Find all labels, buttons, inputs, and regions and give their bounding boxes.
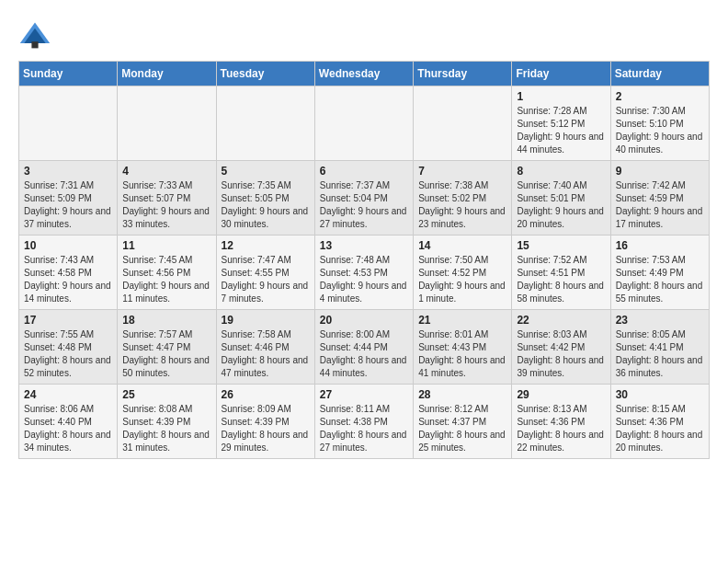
day-info: Sunrise: 7:33 AM Sunset: 5:07 PM Dayligh… bbox=[122, 179, 210, 231]
day-info: Sunrise: 8:01 AM Sunset: 4:43 PM Dayligh… bbox=[418, 328, 506, 380]
day-number: 16 bbox=[616, 239, 704, 252]
day-number: 6 bbox=[320, 165, 408, 178]
day-number: 4 bbox=[122, 165, 210, 178]
weekday-header: Wednesday bbox=[314, 62, 413, 86]
day-number: 8 bbox=[517, 165, 605, 178]
day-info: Sunrise: 7:57 AM Sunset: 4:47 PM Dayligh… bbox=[122, 328, 210, 380]
calendar-cell: 25Sunrise: 8:08 AM Sunset: 4:39 PM Dayli… bbox=[118, 385, 216, 459]
day-number: 28 bbox=[418, 388, 506, 401]
calendar-cell bbox=[314, 86, 413, 161]
calendar-cell: 14Sunrise: 7:50 AM Sunset: 4:52 PM Dayli… bbox=[414, 236, 512, 310]
day-number: 3 bbox=[24, 165, 112, 178]
day-info: Sunrise: 8:15 AM Sunset: 4:36 PM Dayligh… bbox=[616, 403, 704, 454]
calendar-cell: 10Sunrise: 7:43 AM Sunset: 4:58 PM Dayli… bbox=[19, 236, 118, 310]
day-number: 7 bbox=[418, 165, 506, 178]
day-number: 19 bbox=[222, 314, 310, 327]
day-info: Sunrise: 7:55 AM Sunset: 4:48 PM Dayligh… bbox=[24, 328, 112, 380]
logo bbox=[18, 18, 57, 52]
day-info: Sunrise: 7:31 AM Sunset: 5:09 PM Dayligh… bbox=[24, 179, 112, 231]
day-number: 13 bbox=[320, 239, 408, 252]
day-info: Sunrise: 7:28 AM Sunset: 5:12 PM Dayligh… bbox=[517, 105, 605, 156]
page-header bbox=[18, 18, 710, 52]
day-info: Sunrise: 7:48 AM Sunset: 4:53 PM Dayligh… bbox=[320, 254, 408, 305]
day-info: Sunrise: 8:00 AM Sunset: 4:44 PM Dayligh… bbox=[320, 328, 408, 380]
calendar-cell: 24Sunrise: 8:06 AM Sunset: 4:40 PM Dayli… bbox=[19, 385, 118, 459]
day-number: 11 bbox=[122, 239, 210, 252]
day-number: 2 bbox=[616, 90, 704, 103]
calendar-cell: 17Sunrise: 7:55 AM Sunset: 4:48 PM Dayli… bbox=[19, 310, 118, 385]
calendar-cell: 1Sunrise: 7:28 AM Sunset: 5:12 PM Daylig… bbox=[512, 86, 610, 161]
weekday-header: Monday bbox=[118, 62, 216, 86]
day-info: Sunrise: 7:35 AM Sunset: 5:05 PM Dayligh… bbox=[222, 179, 310, 231]
day-info: Sunrise: 8:12 AM Sunset: 4:37 PM Dayligh… bbox=[418, 403, 506, 454]
calendar-cell: 26Sunrise: 8:09 AM Sunset: 4:39 PM Dayli… bbox=[216, 385, 314, 459]
day-number: 26 bbox=[222, 388, 310, 401]
calendar-cell: 15Sunrise: 7:52 AM Sunset: 4:51 PM Dayli… bbox=[512, 236, 610, 310]
day-number: 14 bbox=[418, 239, 506, 252]
calendar-cell: 16Sunrise: 7:53 AM Sunset: 4:49 PM Dayli… bbox=[610, 236, 709, 310]
weekday-header: Saturday bbox=[610, 62, 709, 86]
calendar-cell: 2Sunrise: 7:30 AM Sunset: 5:10 PM Daylig… bbox=[610, 86, 709, 161]
day-info: Sunrise: 8:05 AM Sunset: 4:41 PM Dayligh… bbox=[616, 328, 704, 380]
calendar-cell: 30Sunrise: 8:15 AM Sunset: 4:36 PM Dayli… bbox=[610, 385, 709, 459]
calendar-cell: 6Sunrise: 7:37 AM Sunset: 5:04 PM Daylig… bbox=[314, 161, 413, 236]
day-info: Sunrise: 7:50 AM Sunset: 4:52 PM Dayligh… bbox=[418, 254, 506, 305]
day-number: 9 bbox=[616, 165, 704, 178]
calendar-cell: 28Sunrise: 8:12 AM Sunset: 4:37 PM Dayli… bbox=[414, 385, 512, 459]
calendar-week-row: 17Sunrise: 7:55 AM Sunset: 4:48 PM Dayli… bbox=[19, 310, 710, 385]
day-info: Sunrise: 8:09 AM Sunset: 4:39 PM Dayligh… bbox=[222, 403, 310, 454]
day-number: 17 bbox=[24, 314, 112, 327]
calendar-week-row: 1Sunrise: 7:28 AM Sunset: 5:12 PM Daylig… bbox=[19, 86, 710, 161]
calendar-cell bbox=[19, 86, 118, 161]
day-info: Sunrise: 7:38 AM Sunset: 5:02 PM Dayligh… bbox=[418, 179, 506, 231]
day-info: Sunrise: 7:42 AM Sunset: 4:59 PM Dayligh… bbox=[616, 179, 704, 231]
calendar-cell: 7Sunrise: 7:38 AM Sunset: 5:02 PM Daylig… bbox=[414, 161, 512, 236]
calendar-cell: 11Sunrise: 7:45 AM Sunset: 4:56 PM Dayli… bbox=[118, 236, 216, 310]
calendar-cell: 18Sunrise: 7:57 AM Sunset: 4:47 PM Dayli… bbox=[118, 310, 216, 385]
day-number: 25 bbox=[122, 388, 210, 401]
day-info: Sunrise: 7:47 AM Sunset: 4:55 PM Dayligh… bbox=[222, 254, 310, 305]
day-info: Sunrise: 8:06 AM Sunset: 4:40 PM Dayligh… bbox=[24, 403, 112, 454]
day-number: 24 bbox=[24, 388, 112, 401]
day-info: Sunrise: 7:30 AM Sunset: 5:10 PM Dayligh… bbox=[616, 105, 704, 156]
day-number: 29 bbox=[517, 388, 605, 401]
day-info: Sunrise: 8:11 AM Sunset: 4:38 PM Dayligh… bbox=[320, 403, 408, 454]
day-info: Sunrise: 7:58 AM Sunset: 4:46 PM Dayligh… bbox=[222, 328, 310, 380]
day-info: Sunrise: 8:13 AM Sunset: 4:36 PM Dayligh… bbox=[517, 403, 605, 454]
day-number: 27 bbox=[320, 388, 408, 401]
weekday-header-row: SundayMondayTuesdayWednesdayThursdayFrid… bbox=[19, 62, 710, 86]
calendar-cell: 8Sunrise: 7:40 AM Sunset: 5:01 PM Daylig… bbox=[512, 161, 610, 236]
day-number: 15 bbox=[517, 239, 605, 252]
calendar-cell: 13Sunrise: 7:48 AM Sunset: 4:53 PM Dayli… bbox=[314, 236, 413, 310]
weekday-header: Friday bbox=[512, 62, 610, 86]
weekday-header: Sunday bbox=[19, 62, 118, 86]
day-number: 20 bbox=[320, 314, 408, 327]
day-number: 12 bbox=[222, 239, 310, 252]
day-number: 30 bbox=[616, 388, 704, 401]
day-info: Sunrise: 7:45 AM Sunset: 4:56 PM Dayligh… bbox=[122, 254, 210, 305]
calendar-cell: 9Sunrise: 7:42 AM Sunset: 4:59 PM Daylig… bbox=[610, 161, 709, 236]
svg-rect-3 bbox=[31, 41, 38, 48]
calendar-cell bbox=[118, 86, 216, 161]
day-number: 5 bbox=[222, 165, 310, 178]
day-number: 18 bbox=[122, 314, 210, 327]
day-number: 1 bbox=[517, 90, 605, 103]
calendar-cell: 12Sunrise: 7:47 AM Sunset: 4:55 PM Dayli… bbox=[216, 236, 314, 310]
day-info: Sunrise: 8:08 AM Sunset: 4:39 PM Dayligh… bbox=[122, 403, 210, 454]
day-info: Sunrise: 7:37 AM Sunset: 5:04 PM Dayligh… bbox=[320, 179, 408, 231]
calendar-cell bbox=[216, 86, 314, 161]
weekday-header: Thursday bbox=[414, 62, 512, 86]
day-info: Sunrise: 7:53 AM Sunset: 4:49 PM Dayligh… bbox=[616, 254, 704, 305]
calendar-cell: 21Sunrise: 8:01 AM Sunset: 4:43 PM Dayli… bbox=[414, 310, 512, 385]
day-number: 10 bbox=[24, 239, 112, 252]
day-number: 23 bbox=[616, 314, 704, 327]
calendar-cell: 3Sunrise: 7:31 AM Sunset: 5:09 PM Daylig… bbox=[19, 161, 118, 236]
weekday-header: Tuesday bbox=[216, 62, 314, 86]
calendar-cell: 19Sunrise: 7:58 AM Sunset: 4:46 PM Dayli… bbox=[216, 310, 314, 385]
calendar-cell: 5Sunrise: 7:35 AM Sunset: 5:05 PM Daylig… bbox=[216, 161, 314, 236]
day-number: 21 bbox=[418, 314, 506, 327]
day-info: Sunrise: 7:52 AM Sunset: 4:51 PM Dayligh… bbox=[517, 254, 605, 305]
calendar-week-row: 24Sunrise: 8:06 AM Sunset: 4:40 PM Dayli… bbox=[19, 385, 710, 459]
calendar-cell: 23Sunrise: 8:05 AM Sunset: 4:41 PM Dayli… bbox=[610, 310, 709, 385]
day-info: Sunrise: 7:43 AM Sunset: 4:58 PM Dayligh… bbox=[24, 254, 112, 305]
